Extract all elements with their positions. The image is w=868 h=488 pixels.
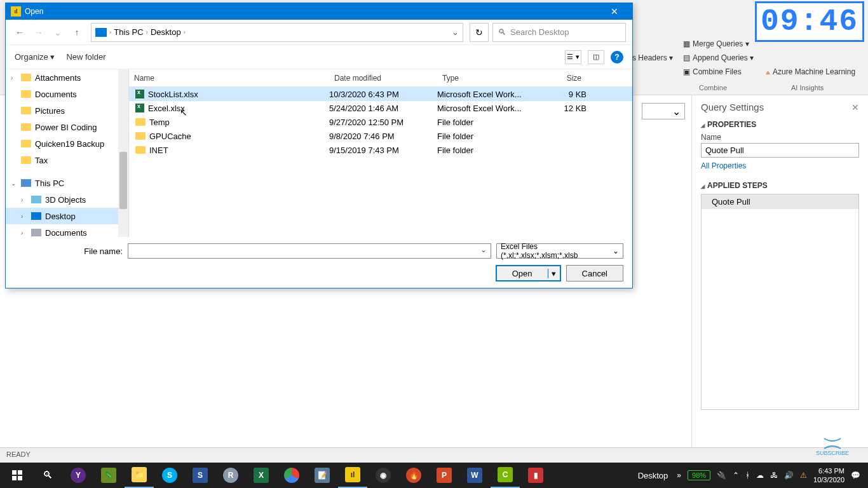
back-button[interactable]: ← <box>12 25 27 40</box>
column-headers[interactable]: Name Date modified Type Size <box>129 69 632 87</box>
col-name[interactable]: Name <box>129 74 329 83</box>
folder-tree[interactable]: ›AttachmentsDocumentsPicturesPower BI Co… <box>6 69 129 237</box>
scroll-thumb[interactable] <box>119 152 127 209</box>
taskbar-chrome[interactable] <box>277 463 306 488</box>
onedrive-icon[interactable]: ☁ <box>756 471 764 480</box>
up-button[interactable]: ↑ <box>69 25 85 40</box>
file-type-filter[interactable]: Excel Files (*.xl;*.xlsx;*.xlsm;*.xlsb⌄ <box>496 243 623 259</box>
taskbar-app[interactable]: 📝 <box>308 463 337 488</box>
tree-scrollbar[interactable] <box>118 69 128 237</box>
tree-item[interactable]: ›Attachments <box>6 69 128 86</box>
file-date: 9/27/2020 12:50 PM <box>329 118 437 127</box>
dialog-title: Open <box>25 7 43 16</box>
search-input[interactable]: 🔍︎ Search Desktop <box>492 23 626 42</box>
chevron-icon[interactable]: › <box>21 213 27 220</box>
file-row[interactable]: INET9/15/2019 7:43 PMFile folder <box>129 143 632 157</box>
taskbar-word[interactable]: W <box>460 463 489 488</box>
address-bar[interactable]: › This PC › Desktop › ⌄ <box>91 23 463 42</box>
power-icon[interactable]: 🔌 <box>717 471 726 480</box>
close-icon[interactable]: ✕ <box>851 102 859 112</box>
all-properties-link[interactable]: All Properties <box>701 161 746 170</box>
dialog-titlebar[interactable]: ıl Open ✕ <box>6 3 632 20</box>
chevron-icon[interactable]: › <box>21 229 27 236</box>
chevron-icon[interactable]: ⌄ <box>11 180 17 187</box>
cancel-button[interactable]: Cancel <box>566 265 623 281</box>
tree-item[interactable]: Documents <box>6 86 128 102</box>
volume-icon[interactable]: 🔊 <box>784 471 794 480</box>
organize-button[interactable]: Organize ▾ <box>15 52 55 62</box>
action-center-icon[interactable]: 💬 <box>851 471 860 480</box>
tree-item[interactable]: ⌄This PC <box>6 175 128 191</box>
taskbar-camtasia[interactable]: C <box>491 463 520 488</box>
network-icon[interactable]: 🖧 <box>770 471 778 480</box>
tree-item[interactable]: Pictures <box>6 102 128 119</box>
tree-item[interactable]: Quicken19 Backup <box>6 135 128 152</box>
taskbar-clock[interactable]: 6:43 PM 10/3/2020 <box>813 466 844 484</box>
file-row[interactable]: Excel.xlsx5/24/2020 1:46 AMMicrosoft Exc… <box>129 101 632 115</box>
refresh-button[interactable]: ↻ <box>470 23 489 42</box>
tray-up-icon[interactable]: ⌃ <box>733 471 739 480</box>
formula-dropdown[interactable]: ⌄ <box>642 103 685 119</box>
recent-button[interactable]: ⌄ <box>50 25 65 40</box>
merge-queries-button[interactable]: ▦Merge Queries ▾ <box>683 39 749 48</box>
taskbar-app[interactable]: ▮ <box>521 463 550 488</box>
file-row[interactable]: Temp9/27/2020 12:50 PMFile folder <box>129 115 632 129</box>
applied-step[interactable]: Quote Pull <box>701 194 858 209</box>
azure-ml-button[interactable]: ⟁Azure Machine Learning <box>766 67 855 76</box>
taskbar-app-r[interactable]: R <box>216 463 245 488</box>
tree-item[interactable]: Power BI Coding <box>6 119 128 135</box>
tree-item[interactable]: ›Desktop <box>6 208 128 224</box>
help-button[interactable]: ? <box>611 51 623 64</box>
folder-icon <box>21 107 31 114</box>
combine-files-button[interactable]: ▣Combine Files <box>683 67 742 76</box>
properties-section[interactable]: PROPERTIES <box>701 120 859 129</box>
taskbar-skype[interactable]: S <box>155 463 184 488</box>
applied-steps-section[interactable]: APPLIED STEPS <box>701 181 859 190</box>
taskbar-powerbi[interactable]: ıl <box>338 463 367 488</box>
file-row[interactable]: GPUCache9/8/2020 7:46 PMFile folder <box>129 129 632 143</box>
file-name-input[interactable] <box>128 243 491 259</box>
taskbar-snagit[interactable]: S <box>186 463 215 488</box>
new-folder-button[interactable]: New folder <box>66 52 105 62</box>
file-row[interactable]: StockList.xlsx10/3/2020 6:43 PMMicrosoft… <box>129 87 632 101</box>
tree-item[interactable]: Tax <box>6 152 128 168</box>
chevron-icon[interactable]: › <box>21 196 27 203</box>
preview-pane-button[interactable]: ◫ <box>588 50 604 64</box>
taskbar-app[interactable]: 🦎 <box>94 463 123 488</box>
taskbar-app[interactable]: 🔥 <box>399 463 428 488</box>
dialog-close-button[interactable]: ✕ <box>602 6 627 17</box>
taskbar-excel[interactable]: X <box>247 463 276 488</box>
append-queries-button[interactable]: ▤Append Queries ▾ <box>683 53 754 62</box>
desktop-toolbar[interactable]: Desktop <box>638 471 668 480</box>
svg-rect-2 <box>12 476 17 480</box>
tree-item[interactable]: ›Documents <box>6 224 128 237</box>
battery-indicator[interactable]: 98% <box>688 470 710 480</box>
view-mode-button[interactable]: ☰ ▾ <box>565 50 581 64</box>
search-button[interactable]: 🔍︎ <box>33 463 62 488</box>
notification-icon[interactable]: ⚠ <box>800 471 807 480</box>
taskbar-app[interactable]: Y <box>64 463 93 488</box>
open-button[interactable]: Open ▾ <box>496 265 561 281</box>
taskbar-powerpoint[interactable]: P <box>430 463 459 488</box>
taskbar[interactable]: 🔍︎ Y 🦎 📁 S S R X 📝 ıl ◉ 🔥 P W C ▮ Deskto… <box>0 463 868 488</box>
start-button[interactable] <box>3 463 32 488</box>
taskbar-app[interactable]: ◉ <box>369 463 398 488</box>
chevron-down-icon[interactable]: ⌄ <box>452 27 459 37</box>
file-list[interactable]: Name Date modified Type Size StockList.x… <box>129 69 632 237</box>
col-type[interactable]: Type <box>437 74 529 83</box>
breadcrumb-thispc[interactable]: This PC <box>114 27 143 37</box>
breadcrumb-desktop[interactable]: Desktop <box>151 27 181 37</box>
desktop-chevron[interactable]: » <box>677 471 681 480</box>
ribbon-headers[interactable]: s Headers ▾ <box>632 53 673 62</box>
query-name-input[interactable] <box>701 143 859 158</box>
open-dropdown[interactable]: ▾ <box>548 269 560 278</box>
bluetooth-icon[interactable]: ᚼ <box>745 471 750 480</box>
col-date[interactable]: Date modified <box>329 74 437 83</box>
tree-item[interactable]: ›3D Objects <box>6 191 128 208</box>
col-size[interactable]: Size <box>529 74 587 83</box>
search-icon: 🔍︎ <box>498 27 506 37</box>
chevron-icon[interactable]: › <box>11 74 17 81</box>
excel-icon <box>135 90 144 98</box>
taskbar-explorer[interactable]: 📁 <box>125 463 154 488</box>
query-settings-panel: Query Settings ✕ PROPERTIES Name All Pro… <box>691 95 868 463</box>
